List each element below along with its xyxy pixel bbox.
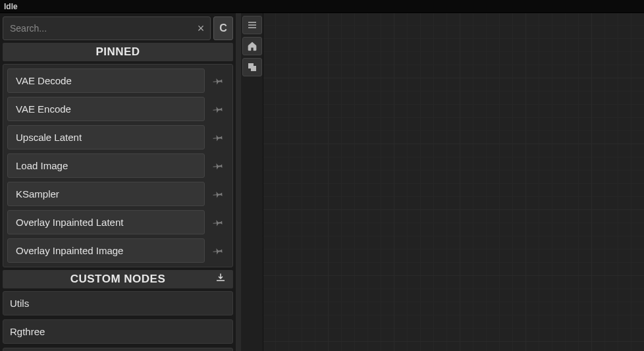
pin-icon xyxy=(210,214,227,230)
pinned-node-button[interactable]: Overlay Inpainted Image xyxy=(7,238,205,263)
pinned-node-button[interactable]: VAE Encode xyxy=(7,97,205,121)
pinned-section-header: PINNED xyxy=(3,43,233,61)
pin-icon xyxy=(210,186,227,202)
search-row: × C xyxy=(3,16,233,40)
pin-toggle-button[interactable] xyxy=(209,183,228,205)
pin-icon xyxy=(210,72,227,89)
copy-icon xyxy=(247,62,257,72)
window-title: Idle xyxy=(4,2,18,11)
tool-column xyxy=(241,13,263,351)
pin-toggle-button[interactable] xyxy=(209,126,228,149)
search-input[interactable] xyxy=(3,23,192,34)
custom-nodes-list: Utils Rgthree Sampling xyxy=(3,291,233,351)
custom-node-category[interactable]: Rgthree xyxy=(3,319,233,344)
window-titlebar: Idle xyxy=(0,0,644,13)
custom-nodes-section-header: CUSTOM NODES xyxy=(3,270,233,288)
pinned-item: KSampler xyxy=(7,182,228,206)
pinned-item: Overlay Inpainted Latent xyxy=(7,210,228,234)
pinned-item: Overlay Inpainted Image xyxy=(7,238,228,263)
pinned-node-button[interactable]: KSampler xyxy=(7,182,205,206)
c-button[interactable]: C xyxy=(213,16,233,40)
pinned-item: VAE Decode xyxy=(7,68,228,93)
pin-icon xyxy=(210,157,227,174)
home-icon xyxy=(247,41,257,51)
search-box: × xyxy=(3,16,211,40)
custom-nodes-section-title: CUSTOM NODES xyxy=(70,273,166,286)
pin-toggle-button[interactable] xyxy=(209,240,228,262)
pinned-item: VAE Encode xyxy=(7,97,228,121)
sidebar-panel: × C PINNED VAE Decode VAE Encode xyxy=(0,13,236,351)
workspace-area xyxy=(241,13,644,351)
custom-node-category[interactable]: Utils xyxy=(3,291,233,315)
import-icon[interactable] xyxy=(215,272,227,287)
sidebar-splitter[interactable] xyxy=(236,13,241,351)
pin-icon xyxy=(210,242,227,259)
pinned-list: VAE Decode VAE Encode Upscale Latent Loa… xyxy=(3,64,233,267)
pinned-node-button[interactable]: Upscale Latent xyxy=(7,125,205,149)
home-button[interactable] xyxy=(242,37,262,55)
pin-toggle-button[interactable] xyxy=(209,155,228,177)
pin-icon xyxy=(210,129,227,146)
node-canvas[interactable] xyxy=(263,13,644,351)
pinned-node-button[interactable]: Overlay Inpainted Latent xyxy=(7,210,205,234)
pin-icon xyxy=(210,101,227,117)
pin-toggle-button[interactable] xyxy=(209,70,228,92)
pin-toggle-button[interactable] xyxy=(209,211,228,234)
pinned-section-title: PINNED xyxy=(95,45,140,59)
custom-node-category[interactable]: Sampling xyxy=(3,348,233,351)
svg-rect-1 xyxy=(252,67,256,71)
pinned-node-button[interactable]: Load Image xyxy=(7,153,205,178)
clear-search-button[interactable]: × xyxy=(192,19,210,38)
duplicate-button[interactable] xyxy=(242,58,262,76)
close-icon: × xyxy=(198,22,205,36)
hamburger-icon xyxy=(247,20,257,30)
pinned-node-button[interactable]: VAE Decode xyxy=(7,68,205,93)
pin-toggle-button[interactable] xyxy=(209,98,228,121)
pinned-item: Load Image xyxy=(7,153,228,178)
main-layout: × C PINNED VAE Decode VAE Encode xyxy=(0,13,644,351)
menu-button[interactable] xyxy=(242,16,262,34)
pinned-item: Upscale Latent xyxy=(7,125,228,149)
